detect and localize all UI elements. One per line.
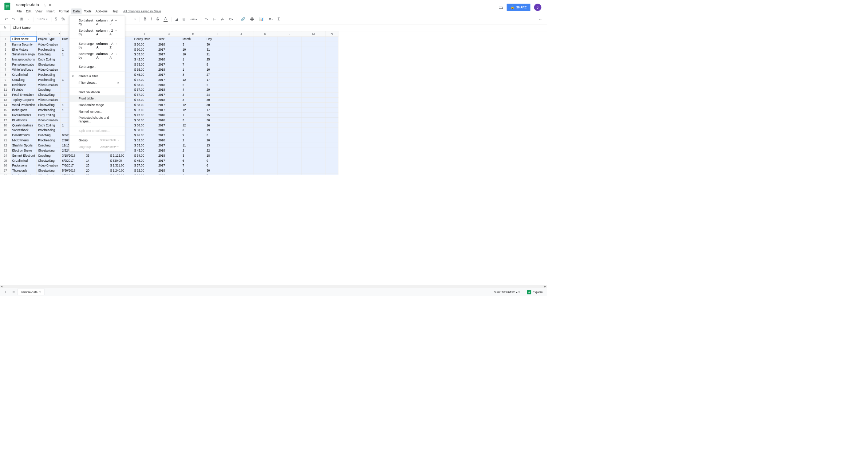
cell-C28[interactable]: 2/7/2018 [60,173,84,175]
link-icon[interactable]: 🔗 [239,16,247,23]
cell-G12[interactable]: 2017 [157,93,181,98]
cell-N20[interactable] [326,133,338,138]
cell-G21[interactable]: 2018 [157,138,181,143]
cell-N28[interactable] [326,173,338,175]
cell-L6[interactable] [277,62,301,67]
cell-B7[interactable]: Video Creation [36,67,60,72]
cell-F15[interactable]: $ 37.00 [133,107,157,113]
cell-I8[interactable]: 27 [205,72,229,77]
cell-L1[interactable] [277,36,301,42]
cell-H5[interactable]: 1 [181,57,205,62]
cell-F16[interactable]: $ 42.00 [133,113,157,118]
currency-icon[interactable]: $ [53,16,59,23]
cell-G2[interactable]: 2018 [157,42,181,47]
cell-I18[interactable]: 16 [205,123,229,128]
text-rotate-icon[interactable]: ⟳ ▾ [227,16,235,23]
chart-icon[interactable]: 📊 [257,16,265,23]
cell-L24[interactable] [277,153,301,158]
cell-L15[interactable] [277,107,301,113]
row-header-17[interactable]: 17 [0,118,11,123]
cell-F7[interactable]: $ 65.00 [133,67,157,72]
cell-A20[interactable]: Deserttronics [11,133,36,138]
cell-N9[interactable] [326,77,338,82]
cell-B12[interactable]: Ghostwriting [36,93,60,98]
menu-help[interactable]: Help [110,8,120,14]
cell-N27[interactable] [326,168,338,173]
cell-I25[interactable]: 9 [205,158,229,163]
doc-title[interactable]: sample-data [15,2,40,8]
row-header-25[interactable]: 25 [0,158,11,163]
cell-K25[interactable] [253,158,277,163]
cell-F28[interactable]: $ 66.00 [133,173,157,175]
cell-A8[interactable]: Grizzlimited [11,72,36,77]
cell-A27[interactable]: Thorecords [11,168,36,173]
share-button[interactable]: 🔒SHARE [507,4,530,11]
menu-insert[interactable]: Insert [45,8,56,14]
cell-L22[interactable] [277,143,301,148]
row-header-1[interactable]: 1 [0,36,11,42]
menu-data[interactable]: Data [71,8,82,14]
cell-J14[interactable] [229,102,253,107]
cell-F14[interactable]: $ 58.00 [133,102,157,107]
cell-H18[interactable]: 12 [181,123,205,128]
cell-I5[interactable]: 25 [205,57,229,62]
menu-data-validation[interactable]: Data validation... [70,89,125,95]
cell-J2[interactable] [229,42,253,47]
cell-F13[interactable]: $ 62.00 [133,97,157,102]
row-header-16[interactable]: 16 [0,113,11,118]
cell-K22[interactable] [253,143,277,148]
cell-N14[interactable] [326,102,338,107]
cell-H23[interactable]: 2 [181,148,205,153]
cell-H2[interactable]: 3 [181,42,205,47]
cell-J12[interactable] [229,93,253,98]
cell-H6[interactable]: 7 [181,62,205,67]
cell-K2[interactable] [253,42,277,47]
cell-L23[interactable] [277,148,301,153]
cell-K12[interactable] [253,93,277,98]
cell-J28[interactable] [229,173,253,175]
cell-M18[interactable] [301,123,326,128]
cell-A5[interactable]: Icecaproductions [11,57,36,62]
cell-K18[interactable] [253,123,277,128]
cell-A21[interactable]: Microwheels [11,138,36,143]
cell-G24[interactable]: 2018 [157,153,181,158]
cell-F23[interactable]: $ 43.00 [133,148,157,153]
cell-K13[interactable] [253,97,277,102]
cell-B13[interactable]: Video Creation [36,97,60,102]
row-header-3[interactable]: 3 [0,47,11,52]
cell-N13[interactable] [326,97,338,102]
cell-B5[interactable]: Copy Editing [36,57,60,62]
cell-G11[interactable]: 2018 [157,87,181,93]
cell-N6[interactable] [326,62,338,67]
cell-K14[interactable] [253,102,277,107]
cell-H28[interactable]: 2 [181,173,205,175]
add-sheet-icon[interactable]: + [2,288,10,296]
cell-B11[interactable]: Coaching [36,87,60,93]
functions-icon[interactable]: Σ [276,16,281,23]
cell-I9[interactable]: 17 [205,77,229,82]
cell-F24[interactable]: $ 64.00 [133,153,157,158]
cell-J20[interactable] [229,133,253,138]
cell-B25[interactable]: Ghostwriting [36,158,60,163]
cell-K28[interactable] [253,173,277,175]
cell-N2[interactable] [326,42,338,47]
cell-L12[interactable] [277,93,301,98]
cell-F5[interactable]: $ 42.00 [133,57,157,62]
cell-M11[interactable] [301,87,326,93]
cell-E25[interactable]: $ 630.00 [109,158,133,163]
cell-J27[interactable] [229,168,253,173]
cell-H22[interactable]: 11 [181,143,205,148]
cell-A7[interactable]: White Wolfoods [11,67,36,72]
cell-N16[interactable] [326,113,338,118]
cell-H12[interactable]: 4 [181,93,205,98]
cell-H25[interactable]: 6 [181,158,205,163]
cell-B20[interactable]: Coaching [36,133,60,138]
col-header-L[interactable]: L [277,31,301,36]
cell-H20[interactable]: 9 [181,133,205,138]
cell-G15[interactable]: 2017 [157,107,181,113]
cell-F17[interactable]: $ 50.00 [133,118,157,123]
cell-I13[interactable]: 30 [205,97,229,102]
row-header-11[interactable]: 11 [0,87,11,93]
row-header-18[interactable]: 18 [0,123,11,128]
print-icon[interactable]: 🖶 [18,16,25,23]
